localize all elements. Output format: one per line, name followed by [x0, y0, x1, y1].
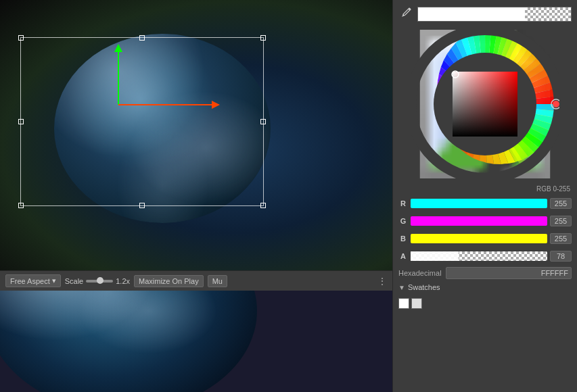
mute-button[interactable]: Mu	[208, 275, 227, 287]
handle-bottom-left[interactable]	[18, 203, 24, 208]
g-label: G	[398, 217, 408, 225]
handle-top-middle[interactable]	[139, 35, 145, 41]
aspect-dropdown[interactable]: Free Aspect ▾	[5, 274, 61, 287]
hex-row: Hexadecimal	[398, 267, 572, 279]
saturation-square[interactable]	[452, 71, 517, 137]
swatch-1[interactable]	[398, 298, 409, 309]
a-slider[interactable]	[411, 251, 547, 261]
maximize-label: Maximize On Play	[139, 277, 199, 285]
g-value[interactable]	[550, 216, 572, 226]
handle-top-right[interactable]	[260, 35, 266, 41]
alpha-checker	[525, 7, 571, 21]
b-label: B	[398, 235, 408, 243]
handle-bottom-right[interactable]	[260, 203, 266, 208]
r-value[interactable]	[550, 198, 572, 209]
handle-bottom-middle[interactable]	[139, 203, 145, 208]
swatch-2[interactable]	[411, 298, 422, 309]
g-channel-row: G	[398, 214, 572, 228]
handle-top-left[interactable]	[18, 35, 24, 41]
scene-view[interactable]	[0, 0, 392, 270]
r-label: R	[398, 199, 408, 207]
chevron-down-icon: ▾	[52, 276, 56, 285]
scale-value: 1.2x	[116, 277, 130, 285]
selection-box[interactable]	[20, 37, 264, 206]
svg-rect-5	[453, 72, 517, 137]
b-value[interactable]	[550, 233, 572, 244]
svg-point-0	[409, 8, 411, 10]
color-picker-panel: RGB 0-255 R G B A Hexadecimal ▼ Swatches	[392, 0, 577, 392]
transform-up-arrow[interactable]	[118, 51, 119, 105]
svg-point-6	[553, 101, 559, 107]
preview-clouds	[0, 291, 257, 392]
swatch-items	[398, 298, 572, 309]
r-slider[interactable]	[411, 199, 547, 208]
eyedropper-button[interactable]	[398, 5, 413, 23]
scale-thumb[interactable]	[97, 277, 103, 284]
color-preview-row	[398, 5, 572, 23]
g-slider[interactable]	[411, 216, 547, 226]
scale-label: Scale	[65, 277, 84, 285]
color-wheel-svg[interactable]	[411, 30, 559, 178]
b-channel-row: B	[398, 232, 572, 245]
hex-input[interactable]	[446, 267, 572, 279]
rgb-mode-label: RGB 0-255	[398, 185, 572, 193]
handle-middle-left[interactable]	[18, 119, 24, 124]
left-panel: Free Aspect ▾ Scale 1.2x Maximize On Pla…	[0, 0, 392, 392]
b-slider[interactable]	[411, 234, 547, 243]
maximize-on-play-button[interactable]: Maximize On Play	[134, 275, 204, 287]
aspect-label: Free Aspect	[10, 277, 50, 285]
swatches-triangle-icon: ▼	[398, 284, 405, 291]
scene-content	[0, 0, 392, 270]
a-channel-row: A	[398, 249, 572, 263]
swatches-label: Swatches	[408, 283, 440, 291]
color-preview-bar[interactable]	[417, 7, 572, 22]
transform-right-arrow[interactable]	[118, 104, 213, 105]
scale-slider[interactable]	[86, 280, 113, 283]
a-value[interactable]	[550, 251, 572, 262]
more-options-icon[interactable]: ⋮	[377, 276, 387, 287]
a-label: A	[398, 252, 408, 260]
swatches-toggle[interactable]: ▼ Swatches	[398, 283, 572, 291]
scene-toolbar: Free Aspect ▾ Scale 1.2x Maximize On Pla…	[0, 270, 392, 291]
scale-group: Scale 1.2x	[65, 277, 130, 285]
mute-label: Mu	[212, 277, 223, 285]
r-channel-row: R	[398, 197, 572, 210]
handle-middle-right[interactable]	[260, 119, 266, 124]
hex-label: Hexadecimal	[398, 269, 442, 277]
color-wheel-container[interactable]	[398, 30, 572, 178]
bottom-preview	[0, 291, 392, 392]
